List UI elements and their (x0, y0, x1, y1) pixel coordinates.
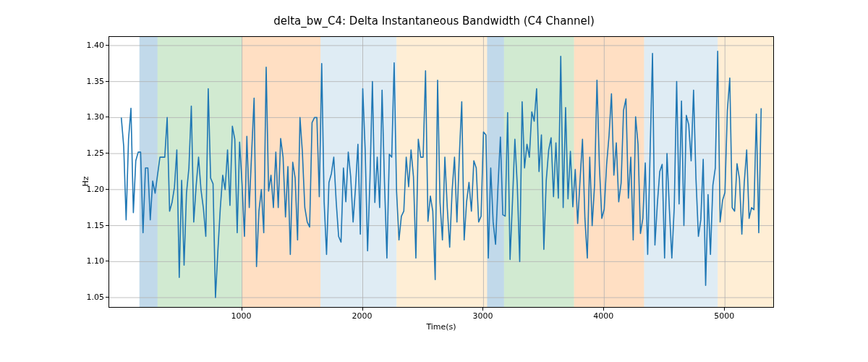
svg-rect-2 (242, 37, 320, 307)
x-axis-label: Time(s) (109, 322, 774, 332)
y-tick-label: 1.10 (61, 256, 104, 266)
chart-title: delta_bw_C4: Delta Instantaneous Bandwid… (0, 14, 868, 28)
y-tick-label: 1.05 (61, 292, 104, 302)
chart-svg (109, 37, 773, 307)
x-tick-label: 4000 (593, 311, 613, 321)
y-tick-label: 1.25 (61, 148, 104, 158)
y-tick-label: 1.15 (61, 220, 104, 230)
x-tick-label: 5000 (714, 311, 734, 321)
y-tick-label: 1.40 (61, 40, 104, 49)
y-tick-label: 1.35 (61, 76, 104, 85)
y-axis-label: Hz (78, 0, 93, 362)
svg-rect-7 (574, 37, 644, 307)
y-tick-label: 1.20 (61, 184, 104, 193)
y-tick-label: 1.30 (61, 112, 104, 122)
chart-figure: delta_bw_C4: Delta Instantaneous Bandwid… (0, 0, 868, 362)
x-tick-label: 1000 (231, 311, 252, 321)
x-tick-label: 2000 (352, 311, 373, 321)
x-tick-label: 3000 (472, 311, 493, 321)
plot-area (109, 36, 774, 308)
